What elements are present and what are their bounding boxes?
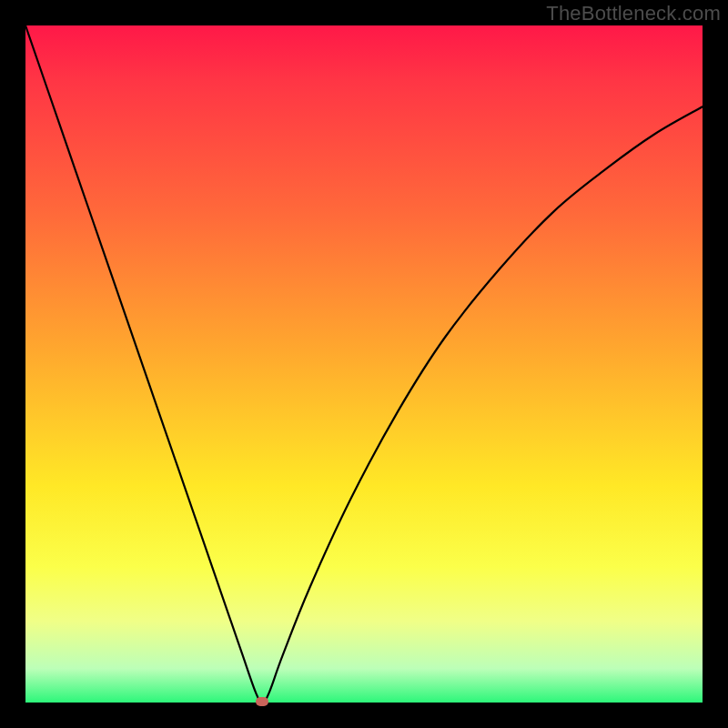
optimum-marker: [256, 697, 268, 706]
bottleneck-curve: [25, 25, 703, 703]
plot-area: [25, 25, 703, 703]
watermark-text: TheBottleneck.com: [546, 2, 721, 25]
curve-layer: [25, 25, 703, 703]
chart-frame: TheBottleneck.com: [0, 0, 728, 728]
